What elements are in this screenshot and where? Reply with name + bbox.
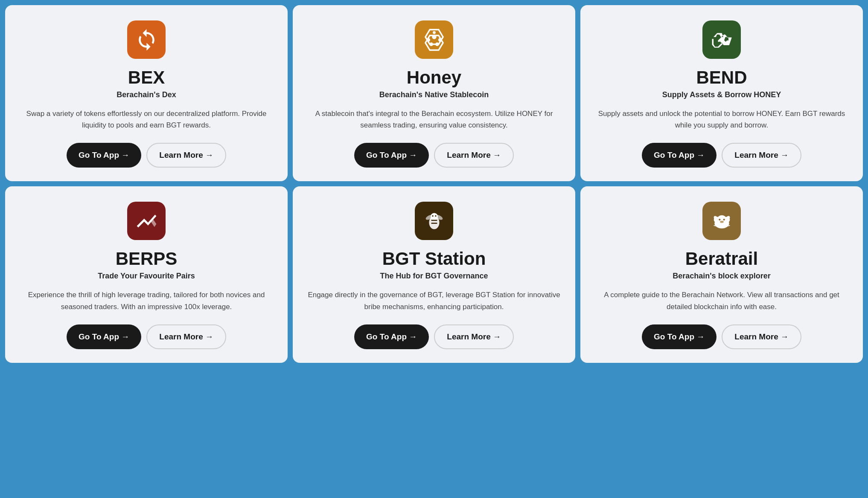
card-title-bgt: BGT Station — [382, 249, 486, 269]
card-title-berps: BERPS — [116, 249, 178, 269]
card-description-honey: A stablecoin that's integral to the Bera… — [306, 108, 562, 131]
card-buttons-berps: Go To App → Learn More → — [19, 324, 274, 349]
svg-point-23 — [714, 216, 717, 219]
bex-icon — [127, 20, 166, 59]
svg-point-7 — [433, 31, 436, 34]
svg-point-2 — [432, 35, 436, 39]
go-to-app-button-honey[interactable]: Go To App → — [354, 143, 429, 168]
card-subtitle-berps: Trade Your Favourite Pairs — [98, 272, 195, 281]
learn-more-button-berps[interactable]: Learn More → — [146, 324, 226, 349]
learn-more-button-bex[interactable]: Learn More → — [146, 143, 226, 168]
card-subtitle-bex: Berachain's Dex — [117, 90, 176, 99]
learn-more-button-bend[interactable]: Learn More → — [722, 143, 801, 168]
go-to-app-button-bgt[interactable]: Go To App → — [354, 324, 429, 349]
card-buttons-bend: Go To App → Learn More → — [594, 143, 849, 168]
svg-point-4 — [438, 38, 442, 42]
go-to-app-button-bend[interactable]: Go To App → — [642, 143, 717, 168]
card-buttons-honey: Go To App → Learn More → — [306, 143, 562, 168]
go-to-app-button-beratrail[interactable]: Go To App → — [642, 324, 717, 349]
svg-point-15 — [435, 215, 436, 217]
card-buttons-bgt: Go To App → Learn More → — [306, 324, 562, 349]
berps-icon — [127, 202, 166, 240]
honey-icon — [415, 20, 453, 59]
card-title-bend: BEND — [696, 67, 747, 88]
card-beratrail: Beratrail Berachain's block explorer A c… — [580, 186, 863, 362]
app-grid: BEX Berachain's Dex Swap a variety of to… — [0, 0, 868, 368]
bend-icon — [702, 20, 741, 59]
svg-point-5 — [429, 42, 433, 46]
card-title-bex: BEX — [128, 67, 165, 88]
svg-point-14 — [432, 215, 433, 217]
bgt-station-icon — [415, 202, 453, 240]
card-description-bend: Supply assets and unlock the potential t… — [594, 108, 849, 131]
card-subtitle-bend: Supply Assets & Borrow HONEY — [662, 90, 781, 99]
beratrail-icon — [702, 202, 741, 240]
card-description-berps: Experience the thrill of high leverage t… — [19, 289, 274, 312]
card-subtitle-honey: Berachain's Native Stablecoin — [379, 90, 489, 99]
svg-point-21 — [723, 219, 725, 220]
learn-more-button-beratrail[interactable]: Learn More → — [722, 324, 801, 349]
go-to-app-button-berps[interactable]: Go To App → — [67, 324, 141, 349]
svg-point-24 — [727, 216, 730, 219]
card-description-bgt: Engage directly in the governance of BGT… — [306, 289, 562, 312]
card-title-beratrail: Beratrail — [685, 249, 758, 269]
svg-point-19 — [717, 215, 727, 226]
svg-point-6 — [435, 42, 439, 46]
svg-point-20 — [719, 219, 720, 220]
card-buttons-bex: Go To App → Learn More → — [19, 143, 274, 168]
learn-more-button-bgt[interactable]: Learn More → — [434, 324, 514, 349]
card-subtitle-bgt: The Hub for BGT Governance — [380, 272, 488, 281]
card-bgt: BGT Station The Hub for BGT Governance E… — [293, 186, 575, 362]
card-buttons-beratrail: Go To App → Learn More → — [594, 324, 849, 349]
card-subtitle-beratrail: Berachain's block explorer — [673, 272, 770, 281]
learn-more-button-honey[interactable]: Learn More → — [434, 143, 514, 168]
svg-point-3 — [426, 38, 430, 42]
card-description-bex: Swap a variety of tokens effortlessly on… — [19, 108, 274, 131]
go-to-app-button-bex[interactable]: Go To App → — [67, 143, 141, 168]
svg-point-22 — [720, 221, 724, 223]
card-description-beratrail: A complete guide to the Berachain Networ… — [594, 289, 849, 312]
card-berps: BERPS Trade Your Favourite Pairs Experie… — [5, 186, 288, 362]
card-bex: BEX Berachain's Dex Swap a variety of to… — [5, 5, 288, 181]
card-title-honey: Honey — [407, 67, 461, 88]
card-honey: Honey Berachain's Native Stablecoin A st… — [293, 5, 575, 181]
card-bend: BEND Supply Assets & Borrow HONEY Supply… — [580, 5, 863, 181]
